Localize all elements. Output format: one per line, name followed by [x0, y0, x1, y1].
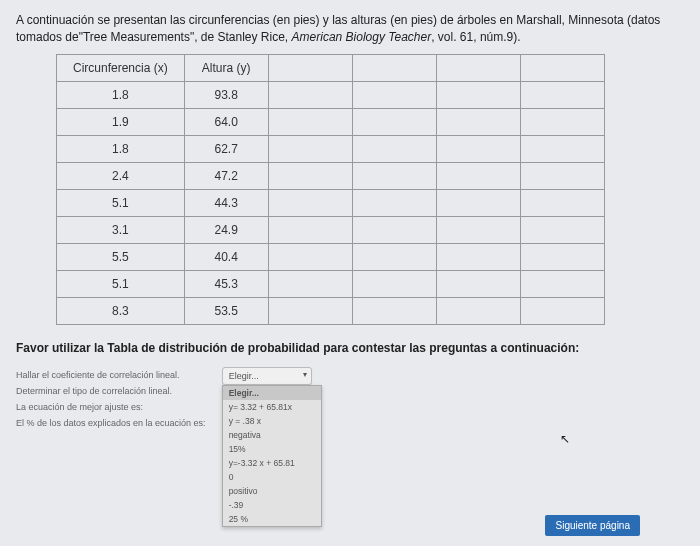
table-row: 2.447.2: [57, 162, 605, 189]
cell-y: 93.8: [184, 81, 268, 108]
cell-y: 24.9: [184, 216, 268, 243]
instruction-text: Favor utilizar la Tabla de distribución …: [16, 341, 684, 355]
select-placeholder: Elegir...: [229, 371, 259, 381]
cell-y: 44.3: [184, 189, 268, 216]
cell-y: 45.3: [184, 270, 268, 297]
dropdown-option[interactable]: negativa: [223, 428, 321, 442]
prompt-text-2: , vol. 61, núm.9).: [431, 30, 520, 44]
col-header-empty: [436, 54, 520, 81]
table-row: 5.145.3: [57, 270, 605, 297]
dropdown-option[interactable]: positivo: [223, 484, 321, 498]
cell-x: 2.4: [57, 162, 185, 189]
dropdown-option[interactable]: 25 %: [223, 512, 321, 526]
cell-y: 47.2: [184, 162, 268, 189]
answer-select[interactable]: Elegir...: [222, 367, 312, 385]
table-row: 1.862.7: [57, 135, 605, 162]
dropdown-header[interactable]: Elegir...: [223, 386, 321, 400]
col-header-x: Circunferencia (x): [57, 54, 185, 81]
col-header-y: Altura (y): [184, 54, 268, 81]
question-1: Hallar el coeficiente de correlación lin…: [16, 367, 206, 383]
problem-statement: A continuación se presentan las circunfe…: [16, 12, 684, 46]
table-row: 1.964.0: [57, 108, 605, 135]
col-header-empty: [268, 54, 352, 81]
cell-x: 1.9: [57, 108, 185, 135]
cell-y: 40.4: [184, 243, 268, 270]
table-row: 3.124.9: [57, 216, 605, 243]
cell-x: 8.3: [57, 297, 185, 324]
cell-y: 64.0: [184, 108, 268, 135]
table-row: 8.353.5: [57, 297, 605, 324]
next-page-button[interactable]: Siguiente página: [545, 515, 640, 536]
cell-x: 1.8: [57, 135, 185, 162]
dropdown-option[interactable]: 15%: [223, 442, 321, 456]
dropdown-option[interactable]: y = .38 x: [223, 414, 321, 428]
col-header-empty: [352, 54, 436, 81]
dropdown-option[interactable]: 0: [223, 470, 321, 484]
cell-x: 5.1: [57, 189, 185, 216]
cursor-icon: ↖: [560, 432, 570, 446]
cell-x: 5.5: [57, 243, 185, 270]
dropdown-option[interactable]: y=-3.32 x + 65.81: [223, 456, 321, 470]
journal-title: American Biology Teacher: [292, 30, 432, 44]
cell-y: 62.7: [184, 135, 268, 162]
table-row: 1.893.8: [57, 81, 605, 108]
cell-x: 3.1: [57, 216, 185, 243]
dropdown-option[interactable]: y= 3.32 + 65.81x: [223, 400, 321, 414]
table-row: 5.144.3: [57, 189, 605, 216]
cell-x: 5.1: [57, 270, 185, 297]
question-4: El % de los datos explicados en la ecuac…: [16, 415, 206, 431]
dropdown-option[interactable]: -.39: [223, 498, 321, 512]
questions-block: Hallar el coeficiente de correlación lin…: [16, 367, 684, 432]
table-row: 5.540.4: [57, 243, 605, 270]
data-table: Circunferencia (x) Altura (y) 1.893.8 1.…: [56, 54, 605, 325]
table-body: 1.893.8 1.964.0 1.862.7 2.447.2 5.144.3 …: [57, 81, 605, 324]
question-3: La ecuación de mejor ajuste es:: [16, 399, 206, 415]
question-2: Determinar el tipo de correlación lineal…: [16, 383, 206, 399]
answer-dropdown: Elegir... y= 3.32 + 65.81x y = .38 x neg…: [222, 385, 322, 527]
cell-y: 53.5: [184, 297, 268, 324]
cell-x: 1.8: [57, 81, 185, 108]
col-header-empty: [520, 54, 604, 81]
